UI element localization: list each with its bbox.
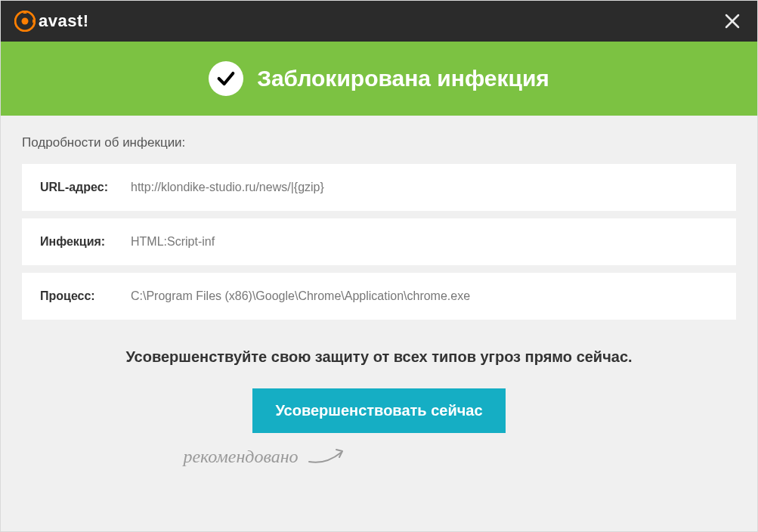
content-area: Подробности об инфекции: URL-адрес: http… [1,116,757,469]
status-banner: Заблокирована инфекция [1,42,757,116]
url-value: http://klondike-studio.ru/news/|{gzip} [131,181,324,194]
infection-label: Инфекция: [40,235,131,249]
svg-point-1 [22,18,29,25]
titlebar: avast! [1,1,757,42]
arrow-icon [306,444,351,469]
upgrade-button[interactable]: Усовершенствовать сейчас [252,388,505,433]
process-label: Процесс: [40,289,131,303]
detail-row-process: Процесс: C:\Program Files (x86)\Google\C… [22,273,736,320]
alert-window: avast! Заблокирована инфекция Подробност… [0,0,758,532]
banner-title: Заблокирована инфекция [257,66,549,91]
avast-logo-icon [14,11,36,32]
close-button[interactable] [719,8,745,34]
check-circle-icon [209,61,243,96]
url-label: URL-адрес: [40,181,131,194]
detail-row-infection: Инфекция: HTML:Script-inf [22,218,736,265]
recommend-note: рекомендовано [0,444,624,469]
detail-row-url: URL-адрес: http://klondike-studio.ru/new… [22,164,736,211]
brand-logo: avast! [14,11,89,32]
upgrade-area: Усовершенствуйте свою защиту от всех тип… [22,327,736,469]
upgrade-heading: Усовершенствуйте свою защиту от всех тип… [22,348,736,366]
infection-value: HTML:Script-inf [131,235,215,249]
close-icon [724,13,741,29]
process-value: C:\Program Files (x86)\Google\Chrome\App… [131,289,470,303]
details-heading: Подробности об инфекции: [22,135,736,150]
brand-name: avast! [39,11,89,31]
recommend-text: рекомендовано [183,447,298,467]
